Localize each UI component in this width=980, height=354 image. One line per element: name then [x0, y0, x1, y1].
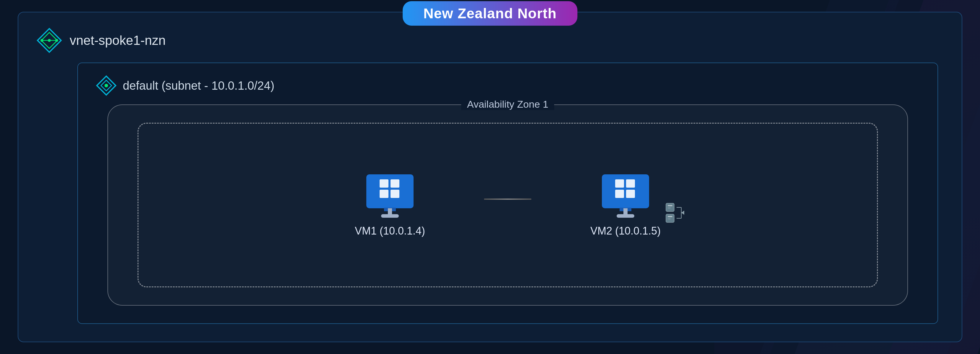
svg-rect-18 — [602, 175, 649, 208]
svg-point-4 — [48, 39, 51, 42]
vnet-name: vnet-spoke1-nzn — [70, 33, 165, 48]
svg-rect-14 — [391, 190, 399, 198]
svg-rect-10 — [366, 175, 414, 208]
svg-rect-22 — [626, 190, 635, 198]
vnet-icon — [36, 27, 62, 54]
region-badge: New Zealand North — [402, 1, 578, 25]
region-container: New Zealand North vnet-spoke1-nzn — [18, 12, 962, 342]
svg-rect-25 — [617, 214, 634, 218]
svg-rect-16 — [388, 208, 392, 215]
svg-rect-24 — [624, 208, 628, 215]
availability-zone-container: Availability Zone 1 — [107, 105, 908, 306]
svg-rect-31 — [668, 218, 671, 219]
load-balancer-icon — [663, 202, 687, 225]
svg-rect-19 — [615, 179, 624, 187]
vm1-icon — [363, 173, 417, 220]
vnet-label-group: vnet-spoke1-nzn — [36, 27, 165, 54]
subnet-icon — [95, 75, 117, 96]
svg-point-3 — [55, 39, 58, 42]
vm1-item: VM1 (10.0.1.4) — [355, 173, 425, 237]
vm2-label: VM2 (10.0.1.5) — [590, 225, 660, 237]
vm-group: VM1 (10.0.1.4) — [138, 123, 878, 287]
svg-rect-13 — [380, 190, 388, 198]
svg-rect-11 — [380, 179, 388, 187]
svg-rect-30 — [668, 216, 673, 217]
svg-rect-27 — [668, 205, 673, 206]
availability-zone-label: Availability Zone 1 — [461, 98, 554, 110]
vm-connection-line — [484, 198, 531, 200]
svg-point-9 — [105, 84, 108, 87]
svg-rect-21 — [615, 190, 624, 198]
svg-marker-35 — [681, 211, 684, 215]
vm1-label: VM1 (10.0.1.4) — [355, 225, 425, 237]
subnet-container: default (subnet - 10.0.1.0/24) Availabil… — [77, 62, 938, 324]
vm2-item: VM2 (10.0.1.5) — [590, 173, 660, 237]
vm2-icon — [599, 173, 652, 220]
svg-rect-20 — [626, 179, 635, 187]
svg-rect-12 — [391, 179, 399, 187]
subnet-label-group: default (subnet - 10.0.1.0/24) — [95, 75, 275, 96]
svg-rect-28 — [668, 207, 671, 209]
svg-rect-17 — [381, 214, 399, 218]
subnet-name: default (subnet - 10.0.1.0/24) — [123, 79, 275, 92]
region-name: New Zealand North — [423, 6, 557, 21]
svg-point-2 — [40, 39, 43, 42]
